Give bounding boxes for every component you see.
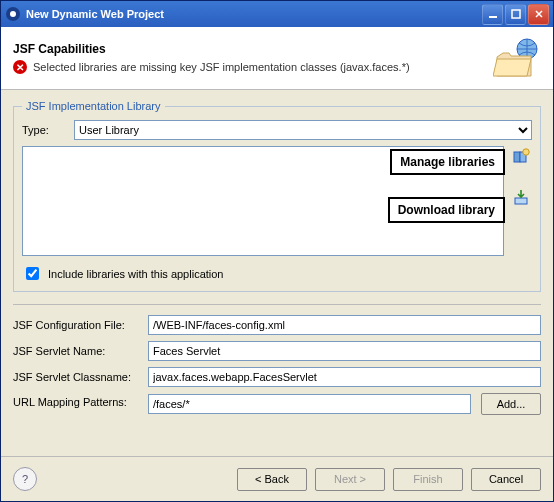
svg-rect-10 <box>515 198 527 204</box>
svg-point-1 <box>10 11 16 17</box>
next-button[interactable]: Next > <box>315 468 385 491</box>
titlebar[interactable]: New Dynamic Web Project <box>1 1 553 27</box>
manage-libraries-callout: Manage libraries <box>390 149 505 175</box>
type-label: Type: <box>22 124 68 136</box>
url-patterns-input[interactable] <box>148 394 471 414</box>
cancel-button[interactable]: Cancel <box>471 468 541 491</box>
library-listbox[interactable]: Manage libraries Download library <box>22 146 504 256</box>
maximize-button[interactable] <box>505 4 526 25</box>
wizard-header: JSF Capabilities ✕ Selected libraries ar… <box>1 27 553 90</box>
minimize-button[interactable] <box>482 4 503 25</box>
type-select[interactable]: User Library <box>74 120 532 140</box>
svg-rect-7 <box>514 152 520 162</box>
include-libraries-label: Include libraries with this application <box>48 268 223 280</box>
dialog-window: New Dynamic Web Project JSF Capabilities… <box>0 0 554 502</box>
wizard-content: JSF Implementation Library Type: User Li… <box>1 90 553 456</box>
error-icon: ✕ <box>13 60 27 74</box>
servlet-class-label: JSF Servlet Classname: <box>13 371 138 383</box>
svg-point-9 <box>523 149 529 155</box>
folder-globe-icon <box>493 37 541 79</box>
back-button[interactable]: < Back <box>237 468 307 491</box>
app-icon <box>5 6 21 22</box>
page-title: JSF Capabilities <box>13 42 493 56</box>
url-patterns-label: URL Mapping Patterns: <box>13 393 138 408</box>
config-file-input[interactable] <box>148 315 541 335</box>
download-library-callout: Download library <box>388 197 505 223</box>
servlet-name-input[interactable] <box>148 341 541 361</box>
finish-button[interactable]: Finish <box>393 468 463 491</box>
close-button[interactable] <box>528 4 549 25</box>
config-file-label: JSF Configuration File: <box>13 319 138 331</box>
manage-libraries-button[interactable] <box>512 148 530 166</box>
error-message: Selected libraries are missing key JSF i… <box>33 61 410 73</box>
svg-rect-3 <box>512 10 520 18</box>
servlet-class-input[interactable] <box>148 367 541 387</box>
add-pattern-button[interactable]: Add... <box>481 393 541 415</box>
fieldset-legend: JSF Implementation Library <box>22 100 165 112</box>
wizard-footer: ? < Back Next > Finish Cancel <box>1 456 553 501</box>
jsf-library-fieldset: JSF Implementation Library Type: User Li… <box>13 100 541 292</box>
window-title: New Dynamic Web Project <box>26 8 480 20</box>
download-library-button[interactable] <box>512 188 530 206</box>
servlet-name-label: JSF Servlet Name: <box>13 345 138 357</box>
svg-rect-2 <box>489 16 497 18</box>
include-libraries-checkbox[interactable] <box>26 267 39 280</box>
help-button[interactable]: ? <box>13 467 37 491</box>
